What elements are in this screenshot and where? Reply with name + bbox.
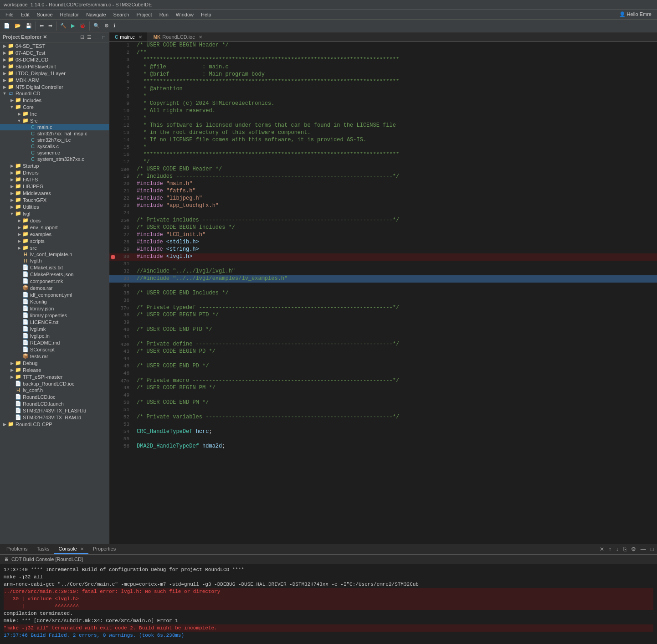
line-content[interactable]: /* Private typedef ---------------------… <box>135 304 657 312</box>
sidebar-item-ram-ld[interactable]: 📄 STM32H743VITX_RAM.ld <box>0 414 109 421</box>
toolbar-settings[interactable]: ⚙ <box>103 22 111 30</box>
console-scroll-down[interactable]: ↓ <box>615 546 620 552</box>
sidebar-item-library-json[interactable]: 📄 library.json <box>0 305 109 312</box>
sidebar-item-n75[interactable]: ▶ 📁 N75 Digital Controller <box>0 83 109 90</box>
sidebar-item-main-c[interactable]: C main.c <box>0 124 109 130</box>
sidebar-item-docs[interactable]: ▶ 📁 docs <box>0 217 109 224</box>
line-content[interactable]: //#include "../../lvgl/examples/lv_examp… <box>135 275 657 283</box>
sidebar-item-startup[interactable]: ▶ 📁 Startup <box>0 162 109 169</box>
sidebar-item-library-properties[interactable]: 📄 library.properties <box>0 312 109 319</box>
sidebar-item-roundlcd-launch[interactable]: 📄 RoundLCD.launch <box>0 400 109 407</box>
sidebar-collapse-btn[interactable]: ⊟ <box>79 34 85 40</box>
menu-search[interactable]: Search <box>110 11 133 18</box>
sidebar-item-flash-ld[interactable]: 📄 STM32H743VITX_FLASH.ld <box>0 407 109 414</box>
line-content[interactable] <box>135 436 657 443</box>
code-editor[interactable]: 1/* USER CODE BEGIN Header */2/**3 *****… <box>109 42 657 544</box>
sidebar-item-lv-conf-h[interactable]: H lv_conf.h <box>0 387 109 393</box>
line-content[interactable]: /* USER CODE END Header */ <box>135 166 657 173</box>
sidebar-item-kconfig[interactable]: 📄 Kconfig <box>0 298 109 305</box>
sidebar-item-demos-rar[interactable]: 📦 demos.rar <box>0 284 109 291</box>
line-content[interactable]: ****************************************… <box>135 151 657 159</box>
line-content[interactable]: //#include "../../lvgl/lvgl.h" <box>135 268 657 275</box>
line-content[interactable]: CRC_HandleTypeDef hcrc; <box>135 428 657 436</box>
line-content[interactable]: #include "main.h" <box>135 180 657 188</box>
sidebar-item-hal-msp[interactable]: C stm32h7xx_hal_msp.c <box>0 130 109 137</box>
sidebar-item-component-mk[interactable]: 📄 component.mk <box>0 278 109 284</box>
sidebar-item-idf[interactable]: 📄 idf_component.yml <box>0 291 109 298</box>
sidebar-item-system[interactable]: C system_stm32h7xx.c <box>0 156 109 162</box>
sidebar-item-07-adc[interactable]: ▶ 📁 07-ADC_Test <box>0 49 109 56</box>
toolbar-back[interactable]: ⬅ <box>38 22 46 30</box>
sidebar-item-lvgl-h[interactable]: H lvgl.h <box>0 258 109 264</box>
line-content[interactable] <box>135 421 657 428</box>
sidebar-item-lvgl[interactable]: ▼ 📁 lvgl <box>0 210 109 217</box>
line-content[interactable]: /* USER CODE BEGIN Includes */ <box>135 224 657 232</box>
sidebar-item-middlewares[interactable]: ▶ 📁 Middlewares <box>0 190 109 196</box>
line-content[interactable]: /* USER CODE BEGIN PD */ <box>135 348 657 355</box>
console-close-btn[interactable]: ✕ <box>80 546 84 551</box>
line-content[interactable]: #include <stdlib.h> <box>135 239 657 246</box>
sidebar-min-btn[interactable]: — <box>93 34 100 40</box>
line-content[interactable] <box>135 370 657 377</box>
sidebar-item-roundlcd-cpp[interactable]: ▶ 📁 RoundLCD-CPP <box>0 421 109 428</box>
toolbar-search[interactable]: 🔍 <box>92 22 102 30</box>
sidebar-item-blackpill[interactable]: ▶ 📁 BlackPillSlaveUnit <box>0 63 109 70</box>
line-content[interactable]: /* USER CODE BEGIN Header */ <box>135 42 657 49</box>
sidebar-item-lv-conf-template[interactable]: H lv_conf_template.h <box>0 251 109 258</box>
line-content[interactable]: #include <string.h> <box>135 246 657 253</box>
sidebar-item-licence[interactable]: 📄 LICENCE.txt <box>0 319 109 325</box>
sidebar-item-core[interactable]: ▼ 📁 Core <box>0 103 109 110</box>
line-content[interactable] <box>135 355 657 363</box>
editor-tab-roundlcd-ioc[interactable]: MK RoundLCD.ioc ✕ <box>148 32 208 41</box>
toolbar-save[interactable]: 💾 <box>24 22 34 30</box>
line-content[interactable] <box>135 319 657 326</box>
line-content[interactable]: /* Private variables -------------------… <box>135 414 657 421</box>
line-content[interactable] <box>135 283 657 290</box>
toolbar-run[interactable]: ▶ <box>69 22 77 30</box>
sidebar-item-backup-ioc[interactable]: 📄 backup_RoundLCD.ioc <box>0 380 109 387</box>
sidebar-item-sysmem[interactable]: C sysmem.c <box>0 149 109 156</box>
line-content[interactable]: */ <box>135 159 657 166</box>
sidebar-item-cmakepresets[interactable]: 📄 CMakePresets.json <box>0 271 109 278</box>
line-content[interactable]: ****************************************… <box>135 78 657 86</box>
line-content[interactable]: #include "fatfs.h" <box>135 188 657 195</box>
sidebar-item-release[interactable]: ▶ 📁 Release <box>0 366 109 373</box>
menu-run[interactable]: Run <box>156 11 172 18</box>
line-content[interactable]: * If no LICENSE file comes with this sof… <box>135 137 657 144</box>
sidebar-item-cmakelists[interactable]: 📄 CMakeLists.txt <box>0 264 109 271</box>
sidebar-item-env-support[interactable]: ▶ 📁 env_support <box>0 224 109 231</box>
console-min-btn[interactable]: — <box>639 546 647 552</box>
sidebar-item-examples[interactable]: ▶ 📁 examples <box>0 231 109 237</box>
sidebar-item-it-c[interactable]: C stm32h7xx_it.c <box>0 137 109 143</box>
menu-help[interactable]: Help <box>197 11 215 18</box>
line-content[interactable]: /* USER CODE BEGIN PTD */ <box>135 312 657 319</box>
sidebar-item-lvgl-mk[interactable]: 📄 lvgl.mk <box>0 325 109 332</box>
line-content[interactable]: #include "libjpeg.h" <box>135 195 657 202</box>
line-content[interactable]: /* Includes ----------------------------… <box>135 173 657 180</box>
line-content[interactable]: /* USER CODE BEGIN PM */ <box>135 385 657 392</box>
line-content[interactable]: /* Private macro -----------------------… <box>135 377 657 385</box>
sidebar-item-scripts[interactable]: ▶ 📁 scripts <box>0 237 109 244</box>
bottom-tab-tasks[interactable]: Tasks <box>32 544 54 554</box>
line-content[interactable]: /** <box>135 49 657 57</box>
tab-close-btn[interactable]: ✕ <box>139 35 142 40</box>
line-content[interactable]: /* Private define ----------------------… <box>135 341 657 348</box>
line-content[interactable]: * <box>135 115 657 122</box>
sidebar-item-readme[interactable]: 📄 README.md <box>0 339 109 346</box>
menu-navigate[interactable]: Navigate <box>82 11 109 18</box>
sidebar-max-btn[interactable]: □ <box>101 34 106 40</box>
sidebar-menu-btn[interactable]: ☰ <box>86 34 92 40</box>
line-content[interactable]: * in the root directory of this software… <box>135 129 657 137</box>
sidebar-item-drivers[interactable]: ▶ 📁 Drivers <box>0 169 109 176</box>
console-settings-btn[interactable]: ⚙ <box>630 546 637 552</box>
sidebar-item-tft-espi[interactable]: ▶ 📁 TFT_eSPI-master <box>0 373 109 380</box>
editor-tab-main-c[interactable]: C main.c ✕ <box>109 32 148 41</box>
line-content[interactable]: * <box>135 93 657 100</box>
sidebar-item-tests-rar[interactable]: 📦 tests.rar <box>0 353 109 360</box>
toolbar-forward[interactable]: ➡ <box>46 22 54 30</box>
sidebar-item-sconscript[interactable]: 📄 SConscript <box>0 346 109 353</box>
line-content[interactable] <box>135 407 657 414</box>
line-content[interactable]: DMA2D_HandleTypeDef hdma2d; <box>135 443 657 450</box>
line-content[interactable]: #include "LCD_init.h" <box>135 232 657 239</box>
toolbar-open[interactable]: 📂 <box>13 22 23 30</box>
